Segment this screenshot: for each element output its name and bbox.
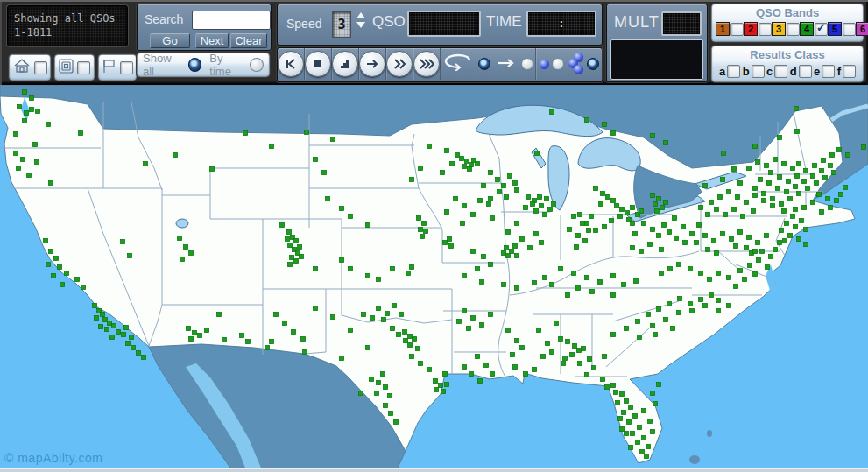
qso-dot: [757, 258, 761, 263]
qso-dot: [534, 232, 539, 236]
qso-dot: [748, 264, 752, 268]
stop-button[interactable]: [305, 51, 331, 77]
qso-dot: [550, 350, 554, 355]
home-view-checkbox[interactable]: [34, 61, 47, 74]
band-checkbox[interactable]: [730, 23, 744, 36]
home-view-button[interactable]: [9, 54, 51, 81]
qso-dot: [633, 232, 638, 236]
qso-bands-title: QSO Bands: [712, 6, 863, 19]
qso-dot: [753, 187, 758, 191]
once-mode-radio[interactable]: [521, 58, 533, 70]
results-class-checkbox[interactable]: [774, 65, 787, 78]
fast-forward-button[interactable]: [386, 51, 413, 77]
qso-dot: [629, 446, 633, 450]
qso-dot: [611, 274, 616, 278]
fastest-forward-button[interactable]: [413, 51, 440, 77]
qso-dot: [408, 343, 413, 348]
band-checkbox[interactable]: [759, 23, 772, 36]
qso-dot: [535, 151, 540, 156]
qso-dot: [189, 251, 194, 256]
frames-view-checkbox[interactable]: [77, 61, 90, 74]
qso-dot: [706, 248, 710, 252]
results-class-checkbox[interactable]: [799, 65, 812, 78]
qso-dot: [49, 250, 53, 254]
band-checkbox[interactable]: [815, 23, 828, 36]
step-button[interactable]: [332, 51, 358, 77]
qso-dot: [23, 119, 27, 123]
qso-dot: [718, 195, 723, 200]
playback-panel: [277, 47, 603, 82]
show-all-radio[interactable]: [188, 58, 202, 72]
single-dot-radio[interactable]: [552, 58, 564, 70]
qso-dot: [668, 267, 673, 271]
qso-dot: [520, 237, 525, 242]
band-color-swatch: 1: [716, 22, 730, 36]
results-class-checkbox[interactable]: [843, 65, 856, 78]
loop-mode-radio[interactable]: [478, 58, 490, 70]
results-class-checkbox[interactable]: [752, 65, 765, 78]
toolbar: Showing all QSOs 1-1811: [0, 0, 868, 85]
transport-panel: Speed 3 QSO TIME :: [277, 4, 603, 46]
qso-dot: [93, 304, 97, 308]
qso-dot: [362, 313, 366, 317]
qso-dot: [198, 334, 202, 338]
qso-dot: [585, 118, 589, 123]
qso-dot: [660, 206, 665, 210]
skip-start-button[interactable]: [278, 51, 304, 77]
search-clear-button[interactable]: Clear: [230, 33, 267, 48]
flag-view-checkbox[interactable]: [120, 61, 133, 74]
qso-dot: [515, 222, 519, 226]
qso-dot: [599, 202, 603, 207]
search-next-button[interactable]: Next: [195, 33, 229, 48]
qso-dot: [394, 420, 399, 425]
search-input[interactable]: [192, 11, 271, 30]
qso-dot: [699, 298, 703, 302]
qso-dot: [677, 263, 681, 267]
speed-up-button[interactable]: [356, 12, 365, 18]
speed-down-button[interactable]: [356, 22, 365, 28]
qso-dot: [515, 188, 519, 193]
frames-view-button[interactable]: [54, 54, 95, 81]
qso-dot: [734, 285, 738, 289]
qso-dot: [502, 184, 506, 188]
qso-dot: [787, 180, 791, 184]
mult-label: MULT: [614, 13, 660, 32]
qso-dot: [771, 197, 775, 201]
qso-dot: [622, 411, 626, 415]
qso-dot: [413, 337, 417, 342]
qso-dot: [671, 327, 675, 331]
qso-dot: [290, 256, 294, 260]
play-button[interactable]: [359, 51, 385, 77]
band-checkbox[interactable]: [787, 23, 800, 36]
search-go-button[interactable]: Go: [150, 33, 190, 48]
qso-dot: [843, 186, 848, 190]
qso-dot: [471, 213, 476, 217]
qso-dot: [381, 372, 385, 377]
results-class-label: d: [790, 65, 797, 78]
qso-dot: [625, 211, 630, 215]
qso-dot: [785, 222, 789, 226]
qso-dot: [54, 257, 59, 261]
qso-dot: [60, 283, 65, 287]
qso-dot: [759, 178, 763, 182]
qso-dot: [664, 201, 668, 205]
qso-dot: [559, 337, 563, 342]
band-checkbox[interactable]: [843, 23, 856, 36]
by-time-radio[interactable]: [250, 58, 264, 72]
qso-dot: [703, 304, 708, 308]
qso-dot: [506, 254, 511, 258]
qso-dot: [566, 340, 570, 344]
qso-dot: [683, 241, 688, 245]
qso-dot: [829, 164, 833, 168]
qso-dot: [820, 210, 824, 215]
trail-dots-radio[interactable]: [587, 58, 599, 70]
qso-dot: [753, 194, 758, 198]
qso-dot: [778, 175, 782, 180]
results-class-checkbox[interactable]: [822, 65, 835, 78]
flag-view-button[interactable]: [98, 54, 137, 81]
qso-dot: [292, 330, 296, 335]
qso-dot: [382, 318, 386, 322]
results-class-checkbox[interactable]: [727, 65, 740, 78]
qso-dot: [688, 267, 693, 271]
qso-dot: [804, 169, 808, 173]
